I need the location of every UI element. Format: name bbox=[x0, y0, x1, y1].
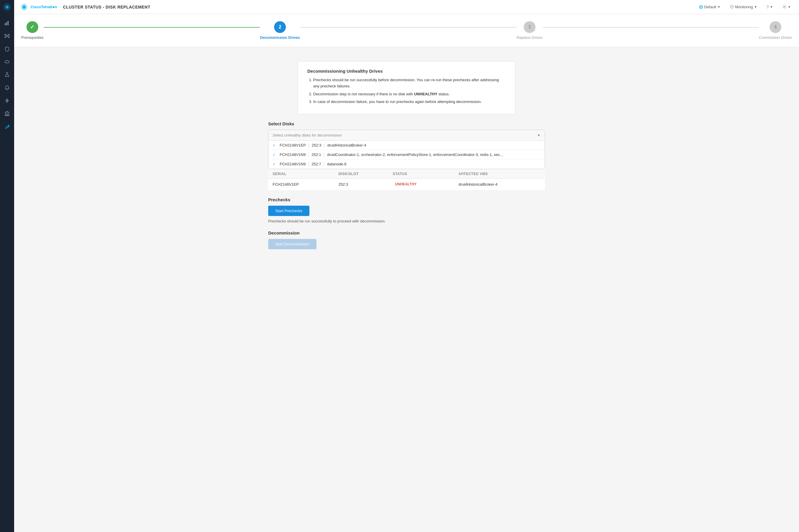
monitoring-arrow-icon: ▼ bbox=[754, 5, 757, 8]
app-logo bbox=[2, 2, 12, 12]
decommission-section: Decommission Start Decommission bbox=[268, 230, 545, 249]
status-badge: UNHEALTHY bbox=[393, 182, 419, 187]
col-slot: Disk/Slot bbox=[334, 170, 389, 178]
disk-option-2[interactable]: ✓ FCH2148V1N9│252:1│druidCoordinator-1, … bbox=[268, 150, 545, 159]
select-disks-section: Select Disks Select unhealthy disks for … bbox=[268, 121, 545, 190]
sidebar-icon-bolt[interactable] bbox=[1, 95, 13, 107]
disk-option-3[interactable]: ✓ FCH2148V1N9│252:7│datanode-6 bbox=[268, 159, 545, 169]
sidebar-icon-topology[interactable] bbox=[1, 30, 13, 42]
info-box-title: Decommissioning Unhealthy Drives bbox=[308, 69, 506, 74]
check-icon-3: ✓ bbox=[273, 162, 277, 166]
svg-rect-5 bbox=[8, 21, 8, 25]
col-status: Status bbox=[389, 170, 454, 178]
disk-select-dropdown[interactable]: Select unhealthy disks for decommission … bbox=[268, 130, 545, 169]
header-title: CLUSTER STATUS - DISK REPLACEMENT bbox=[63, 5, 150, 10]
svg-point-2 bbox=[6, 6, 8, 8]
prechecks-title: Prechecks bbox=[268, 197, 545, 202]
step-circle-1: ✓ bbox=[26, 21, 38, 33]
svg-point-6 bbox=[6, 35, 8, 37]
sidebar-icon-flask[interactable] bbox=[1, 69, 13, 81]
step-connector-2-3 bbox=[300, 27, 516, 28]
sidebar-icon-shield[interactable] bbox=[1, 43, 13, 55]
info-item-2: Decommission step is not necessary if th… bbox=[313, 91, 506, 97]
cell-status: UNHEALTHY bbox=[389, 178, 454, 190]
table-row: FCH2148V1EP 252:3 UNHEALTHY druidHistori… bbox=[268, 178, 545, 190]
disk-option-2-text: FCH2148V1N9│252:1│druidCoordinator-1, or… bbox=[280, 152, 503, 157]
disk-option-3-text: FCH2148V1N9│252:7│datanode-6 bbox=[280, 162, 347, 166]
step-commission: 4 Commission Drives bbox=[759, 21, 792, 40]
app-name: CiscoTetrati●n bbox=[31, 5, 57, 9]
info-item-3: In case of decommission failure, you hav… bbox=[313, 99, 506, 105]
col-serial: Serial bbox=[268, 170, 334, 178]
svg-point-9 bbox=[5, 37, 6, 38]
svg-point-20 bbox=[23, 6, 25, 8]
heart-icon bbox=[730, 5, 734, 9]
step-circle-3: 3 bbox=[524, 21, 536, 33]
check-icon-2: ✓ bbox=[273, 153, 277, 157]
main-wrapper: CiscoTetrati●n CLUSTER STATUS - DISK REP… bbox=[14, 0, 799, 532]
prechecks-help-text: Prechecks should be run successfully to … bbox=[268, 219, 545, 223]
step-connector-3-4 bbox=[543, 27, 759, 28]
settings-arrow-icon: ▼ bbox=[788, 5, 791, 8]
sidebar bbox=[0, 0, 14, 532]
sidebar-icon-cloud[interactable] bbox=[1, 56, 13, 68]
start-decommission-button[interactable]: Start Decommission bbox=[268, 239, 316, 249]
help-button[interactable]: ? ▼ bbox=[764, 3, 775, 11]
disk-table: Serial Disk/Slot Status Affected VMs FCH… bbox=[268, 169, 545, 190]
disk-select-placeholder: Select unhealthy disks for decommission bbox=[273, 133, 342, 137]
sidebar-icon-bell[interactable] bbox=[1, 82, 13, 94]
stepper: ✓ Prerequisites 2 Decommission Drives 3 … bbox=[14, 14, 799, 47]
svg-rect-3 bbox=[5, 23, 5, 25]
cell-affected-vms: druidHistoricalBroker-4 bbox=[454, 178, 545, 190]
settings-icon bbox=[782, 5, 787, 9]
info-item-1: Prechecks should be run successfully bef… bbox=[313, 77, 506, 90]
svg-point-10 bbox=[8, 37, 10, 38]
svg-point-8 bbox=[8, 34, 10, 35]
settings-button[interactable]: ▼ bbox=[780, 3, 793, 10]
default-dropdown[interactable]: Default ▼ bbox=[696, 3, 723, 10]
disk-dropdown-list: ✓ FCH2148V1EP│252:3│druidHistoricalBroke… bbox=[268, 141, 545, 169]
decommission-title: Decommission bbox=[268, 230, 545, 235]
sidebar-icon-chart[interactable] bbox=[1, 17, 13, 29]
help-arrow-icon: ▼ bbox=[770, 5, 773, 8]
svg-line-12 bbox=[8, 35, 8, 36]
col-affected-vms: Affected VMs bbox=[454, 170, 545, 178]
svg-point-24 bbox=[784, 6, 785, 8]
table-header-row: Serial Disk/Slot Status Affected VMs bbox=[268, 170, 545, 178]
sidebar-icon-building[interactable] bbox=[1, 108, 13, 119]
select-disks-title: Select Disks bbox=[268, 121, 545, 126]
step-connector-1-2 bbox=[43, 27, 260, 28]
step-circle-2: 2 bbox=[274, 21, 286, 33]
start-prechecks-button[interactable]: Start Prechecks bbox=[268, 206, 310, 216]
step-number-3: 3 bbox=[528, 24, 531, 30]
prechecks-section: Prechecks Start Prechecks Prechecks shou… bbox=[268, 197, 545, 223]
monitoring-dropdown[interactable]: Monitoring ▼ bbox=[727, 3, 760, 10]
header: CiscoTetrati●n CLUSTER STATUS - DISK REP… bbox=[14, 0, 799, 14]
step-replace: 3 Replace Drives bbox=[517, 21, 543, 40]
dropdown-arrow-icon: ▼ bbox=[537, 133, 540, 137]
monitoring-label: Monitoring bbox=[735, 5, 753, 9]
help-icon: ? bbox=[766, 5, 769, 10]
globe-icon bbox=[699, 5, 703, 9]
svg-line-11 bbox=[6, 35, 6, 36]
disk-option-1[interactable]: ✓ FCH2148V1EP│252:3│druidHistoricalBroke… bbox=[268, 141, 545, 150]
content: Decommissioning Unhealthy Drives Prechec… bbox=[14, 54, 799, 532]
default-label: Default bbox=[704, 5, 716, 9]
cisco-logo-icon bbox=[20, 3, 28, 11]
check-icon-1: ✓ bbox=[273, 143, 277, 147]
svg-rect-4 bbox=[6, 22, 7, 25]
checkmark-icon: ✓ bbox=[30, 24, 34, 30]
disk-select-header[interactable]: Select unhealthy disks for decommission … bbox=[268, 130, 545, 141]
info-box: Decommissioning Unhealthy Drives Prechec… bbox=[298, 61, 516, 114]
step-circle-4: 4 bbox=[769, 21, 781, 33]
step-number-2: 2 bbox=[279, 24, 281, 30]
info-box-list: Prechecks should be run successfully bef… bbox=[308, 77, 506, 105]
default-arrow-icon: ▼ bbox=[718, 5, 720, 8]
step-prerequisites: ✓ Prerequisites bbox=[21, 21, 43, 40]
step-label-3: Replace Drives bbox=[517, 35, 543, 40]
step-label-2: Decommission Drives bbox=[260, 35, 300, 40]
sidebar-icon-wrench[interactable] bbox=[1, 121, 13, 132]
svg-point-7 bbox=[5, 34, 6, 35]
step-label-4: Commission Drives bbox=[759, 35, 792, 40]
header-right: Default ▼ Monitoring ▼ ? ▼ ▼ bbox=[696, 3, 793, 11]
